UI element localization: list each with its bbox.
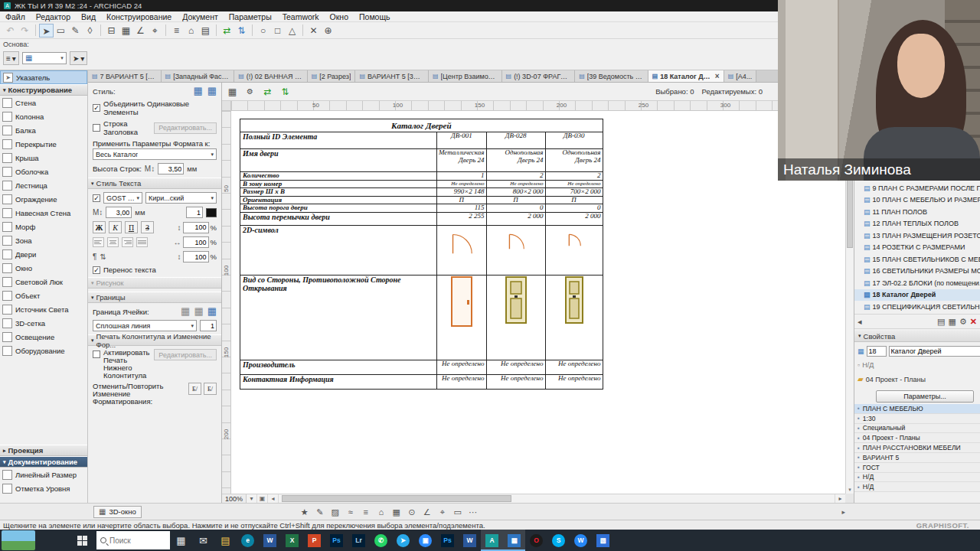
tool-item[interactable]: 3D-сетка [0,316,87,330]
taskbar-search[interactable] [96,531,170,549]
redo-format-button[interactable]: Б/ [204,383,217,395]
edge-icon[interactable]: e [237,530,259,551]
delete-view-icon[interactable]: ✕ [970,317,977,327]
border-none-icon[interactable]: ▦ [181,306,190,317]
document-tab[interactable]: ▤ ВАРИАНТ 5 [3D / ... × [355,70,429,82]
menu-item[interactable]: Помощь [354,12,396,21]
tool-item[interactable]: Ограждение [0,192,87,206]
archicad-icon[interactable]: A [481,530,503,551]
undo-icon[interactable]: ↶ [3,24,18,37]
table-style-icon[interactable]: ▦ [193,86,202,96]
archicad-file-icon[interactable]: ▦ [503,530,525,551]
skype-icon[interactable]: S [547,530,570,551]
view-setting-row[interactable]: ▪ ПЛАН С МЕБЕЛЬЮ [854,404,980,414]
guide-angle-icon[interactable]: ∠ [133,24,148,37]
view-setting-row[interactable]: ▪ ПЛАН РАССТАНОВКИ МЕБЕЛИ [854,443,980,453]
search-input[interactable] [109,536,155,545]
border-all-icon[interactable]: ▦ [207,306,217,317]
file-explorer-icon[interactable]: ▤ [214,530,237,551]
separator[interactable] [252,24,253,36]
view-map-item[interactable]: ▤ 11 ПЛАН ПОЛОВ [854,206,980,218]
align-left-button[interactable] [93,237,104,247]
paint-icon[interactable]: ▧ [592,530,614,551]
start-button[interactable] [69,530,95,551]
layers-icon[interactable]: ≡ [359,506,373,518]
scroll-down-icon[interactable]: ▾ [846,487,854,493]
marquee-icon[interactable]: ▭ [54,24,68,37]
toolbox-section-projection[interactable]: ▸ Проекция [0,445,87,456]
tool-item[interactable]: Перекрытие [0,137,87,151]
document-tab[interactable]: ▤ (!) 02 ВАННАЯ [02... × [234,70,308,82]
section-footer-print[interactable]: ▾Печать Колонтитула и Изменение Фор... [88,334,221,346]
view-map-item[interactable]: ▤ 13 ПЛАН РАЗМЕЩЕНИЯ РОЗЕТО... [854,230,980,242]
align-justify-button[interactable] [136,237,148,247]
line-spacing-input[interactable] [183,222,209,233]
word2-icon[interactable]: W [459,530,481,551]
view-map-item[interactable]: ▤ 12 ПЛАН ТЕПЛЫХ ПОЛОВ [854,218,980,230]
tool-item[interactable]: Отметка Уровня [0,481,87,495]
font-checkbox[interactable] [93,194,100,202]
angle-icon[interactable]: ∠ [420,506,434,518]
opera-icon[interactable]: O [525,530,547,551]
tool-item[interactable]: Морф [0,220,87,233]
document-tab[interactable]: ▤ [39 Ведомость дв... × [575,70,648,82]
pen-color-swatch[interactable] [206,208,217,217]
delete-icon[interactable]: ✕ [306,24,321,37]
view-map-item[interactable]: ▤ 16 СВЕТИЛЬНИКИ РАЗМЕРЫ МО... [854,266,980,278]
separator[interactable] [165,24,166,36]
basis-combo[interactable]: ▦▾ [22,52,67,64]
fill-type-icon[interactable]: ▨ [328,506,342,518]
separator[interactable] [35,24,36,36]
settings-gear-icon[interactable]: ⚙ [959,317,967,327]
mail-icon[interactable]: ✉ [192,530,214,551]
menu-item[interactable]: Вид [76,12,101,21]
fit-view-icon[interactable]: ▣ [257,494,268,504]
separator[interactable] [216,24,217,36]
grid-snap-icon[interactable]: ▦ [119,24,133,37]
font-size-input[interactable] [106,207,132,218]
sync-icon[interactable]: ⇅ [234,24,249,37]
scroll-left-icon[interactable]: ◂ [268,494,279,504]
toolbox-section-documentation[interactable]: ▾ Документирование [0,456,87,468]
tool-item[interactable]: Линейный Размер [0,468,87,481]
document-tab[interactable]: ▤ [Центр Взаимоде... × [429,70,502,82]
schedule-sheet[interactable]: Каталог Дверей Полный ID Элемента ДВ-001… [231,111,845,494]
tool-item[interactable]: Колонна [0,109,87,123]
zoom-menu-icon[interactable]: ▾ [247,494,257,504]
tool-item[interactable]: Объект [0,289,87,302]
favorites-icon[interactable]: ★ [298,506,312,518]
zoom-level[interactable]: 100% [222,494,247,504]
task-view-icon[interactable]: ▦ [170,530,192,551]
view-map-item[interactable]: ▤ 18 Каталог Дверей [854,289,980,302]
measure-icon[interactable]: ⊕ [321,24,335,37]
clone-folder-icon[interactable]: ▤ [937,317,945,327]
more-options-icon[interactable]: ⋯ [466,506,480,518]
width-factor-input[interactable] [183,251,209,262]
header-row-checkbox[interactable] [93,124,100,132]
lightroom-icon[interactable]: Lr [348,530,370,551]
tool-item[interactable]: Крыша [0,151,87,165]
view-id-input[interactable] [867,346,887,357]
view-map-item[interactable]: ▤ 15 ПЛАН СВЕТИЛЬНИКОВ С МЕБ... [854,253,980,266]
tool-item[interactable]: Освещение [0,330,87,344]
tool-item[interactable]: Световой Люк [0,275,87,289]
excel-icon[interactable]: X [281,530,303,551]
tool-item[interactable]: Оборудование [0,344,87,357]
line-type-icon[interactable]: ≈ [344,506,358,518]
row-height-input[interactable] [158,163,184,174]
strike-button[interactable]: З [141,221,154,233]
line-type-select[interactable]: Сплошная линия [93,320,197,331]
vk-icon[interactable]: W [570,530,592,551]
apply-format-select[interactable]: Весь Каталог [93,148,217,160]
menu-item[interactable]: Teamwork [277,12,325,21]
section-borders[interactable]: ▾Границы [88,292,221,303]
document-tab[interactable]: ▤ (!) 3D-07 ФРАГМЕ... × [502,70,576,82]
merge-elements-checkbox[interactable] [93,104,100,112]
parameters-button[interactable]: Параметры... [876,390,974,403]
merge-cells-icon[interactable]: ⇄ [260,85,275,99]
word-icon[interactable]: W [259,530,281,551]
view-setting-row[interactable]: ▪ 1:30 [854,414,980,424]
transfer-settings-icon[interactable]: ⇄ [220,24,234,37]
whatsapp-icon[interactable]: ✆ [370,530,392,551]
view-setting-row[interactable]: ▪ Специальный [854,424,980,434]
